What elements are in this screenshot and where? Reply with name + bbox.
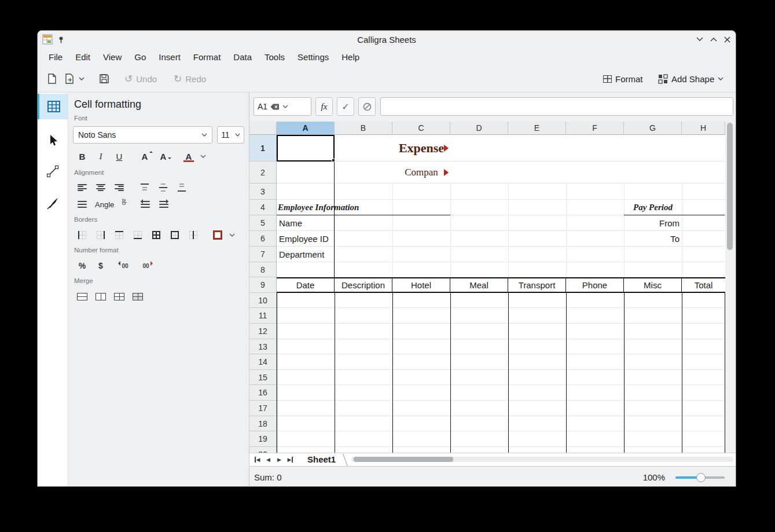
row-header-4[interactable]: 4 <box>249 200 277 215</box>
wrap-text-button[interactable] <box>75 197 89 211</box>
cell-reference-combo[interactable]: A1 <box>254 97 311 116</box>
row-header-13[interactable]: 13 <box>249 339 277 354</box>
cell-tool-button[interactable] <box>38 94 68 119</box>
row-header-19[interactable]: 19 <box>249 431 277 447</box>
cell-grid[interactable]: Expense Compan Employee Information Pay … <box>249 135 725 453</box>
row-header-16[interactable]: 16 <box>249 385 277 401</box>
column-header-A[interactable]: A <box>277 122 335 135</box>
redo-button[interactable]: ↻ Redo <box>174 71 206 87</box>
add-shape-button[interactable]: Add Shape <box>658 71 723 87</box>
row-header-12[interactable]: 12 <box>249 324 277 339</box>
cell-department-label[interactable]: Department <box>279 247 324 262</box>
menu-item[interactable]: Insert <box>152 50 187 64</box>
row-header-2[interactable]: 2 <box>249 162 277 184</box>
border-top-button[interactable] <box>112 228 126 242</box>
clear-icon[interactable] <box>270 104 280 110</box>
row-header-10[interactable]: 10 <box>249 293 277 308</box>
column-header-E[interactable]: E <box>508 122 566 135</box>
cell-report-title[interactable]: Expense <box>392 135 450 162</box>
cell-to-label[interactable]: To <box>624 231 679 247</box>
select-all-corner[interactable] <box>249 122 277 135</box>
selection-tool-button[interactable] <box>38 129 68 152</box>
precision-less-button[interactable]: 00 <box>138 259 154 273</box>
shrink-font-button[interactable]: A <box>156 149 170 163</box>
line-tool-button[interactable] <box>38 160 68 183</box>
menu-item[interactable]: View <box>97 50 128 64</box>
row-header-11[interactable]: 11 <box>249 308 277 324</box>
row-header-20[interactable]: 20 <box>249 447 277 453</box>
menu-item[interactable]: Edit <box>69 50 97 64</box>
menu-item[interactable]: Format <box>187 50 227 64</box>
cell-header-transport[interactable]: Transport <box>508 278 566 292</box>
selected-cell-outline[interactable] <box>277 135 335 162</box>
menu-item[interactable]: Settings <box>291 50 335 64</box>
border-right-button[interactable] <box>94 228 108 242</box>
save-button[interactable] <box>98 71 110 87</box>
align-bottom-button[interactable] <box>175 181 189 195</box>
menu-item[interactable]: Help <box>335 50 366 64</box>
font-family-select[interactable]: Noto Sans <box>73 126 212 144</box>
cancel-button[interactable] <box>358 97 376 116</box>
close-icon[interactable] <box>722 35 732 44</box>
menu-item[interactable]: File <box>42 50 69 64</box>
underline-button[interactable]: U <box>112 149 126 163</box>
column-header-D[interactable]: D <box>450 122 508 135</box>
vertical-scrollbar-handle[interactable] <box>727 123 733 250</box>
zoom-slider-knob[interactable] <box>696 473 706 482</box>
indent-more-button[interactable] <box>157 197 171 211</box>
border-left-button[interactable] <box>75 228 89 242</box>
font-size-select[interactable]: 11 <box>217 126 244 144</box>
last-sheet-button[interactable] <box>285 454 296 465</box>
maximize-icon[interactable] <box>709 35 718 44</box>
row-header-18[interactable]: 18 <box>249 416 277 431</box>
cell-header-phone[interactable]: Phone <box>566 278 624 292</box>
currency-format-button[interactable]: $ <box>94 259 108 273</box>
border-bottom-button[interactable] <box>131 228 145 242</box>
function-button[interactable]: fx <box>315 97 333 116</box>
fill-handle[interactable] <box>332 159 335 162</box>
cell-pay-period[interactable]: Pay Period <box>624 200 682 215</box>
row-header-17[interactable]: 17 <box>249 401 277 416</box>
vertical-scrollbar[interactable] <box>725 122 734 453</box>
bold-button[interactable]: B <box>75 149 89 163</box>
border-color-button[interactable] <box>211 228 225 242</box>
grow-font-button[interactable]: A <box>138 149 152 163</box>
menu-item[interactable]: Data <box>227 50 258 64</box>
align-center-button[interactable] <box>94 181 108 195</box>
merge-vertical-button[interactable] <box>112 289 126 303</box>
horizontal-scrollbar-handle[interactable] <box>354 457 453 462</box>
accept-button[interactable]: ✓ <box>337 97 354 116</box>
font-color-button[interactable]: A <box>182 149 196 163</box>
align-left-button[interactable] <box>75 181 89 195</box>
vertical-text-button[interactable] <box>120 197 134 211</box>
row-header-1[interactable]: 1 <box>249 135 277 162</box>
zoom-slider[interactable] <box>675 472 725 483</box>
cell-header-date[interactable]: Date <box>277 278 335 292</box>
first-sheet-button[interactable] <box>252 454 263 465</box>
calligraphy-tool-button[interactable] <box>38 191 68 215</box>
row-header-7[interactable]: 7 <box>249 247 277 262</box>
border-outline-button[interactable] <box>168 228 182 242</box>
cell-header-total[interactable]: Total <box>682 278 725 292</box>
align-top-button[interactable] <box>138 181 152 195</box>
row-header-6[interactable]: 6 <box>249 231 277 247</box>
column-header-H[interactable]: H <box>682 122 725 135</box>
next-sheet-button[interactable] <box>274 454 285 465</box>
row-header-15[interactable]: 15 <box>249 370 277 385</box>
format-button[interactable]: Format <box>603 71 643 87</box>
chevron-down-icon[interactable] <box>200 155 206 158</box>
column-header-G[interactable]: G <box>624 122 682 135</box>
chevron-down-icon[interactable] <box>229 233 235 237</box>
precision-more-button[interactable]: 00 <box>117 259 133 273</box>
title-bar[interactable]: Calligra Sheets <box>38 31 736 48</box>
row-header-3[interactable]: 3 <box>249 184 277 200</box>
row-header-9[interactable]: 9 <box>249 277 277 293</box>
cell-name-label[interactable]: Name <box>279 215 302 231</box>
cell-header-hotel[interactable]: Hotel <box>392 278 450 292</box>
align-right-button[interactable] <box>112 181 126 195</box>
open-document-button[interactable] <box>64 71 85 87</box>
chevron-down-icon[interactable] <box>282 105 288 108</box>
merge-cells-button[interactable] <box>75 289 89 303</box>
minimize-icon[interactable] <box>695 35 704 44</box>
percent-format-button[interactable]: % <box>75 259 89 273</box>
